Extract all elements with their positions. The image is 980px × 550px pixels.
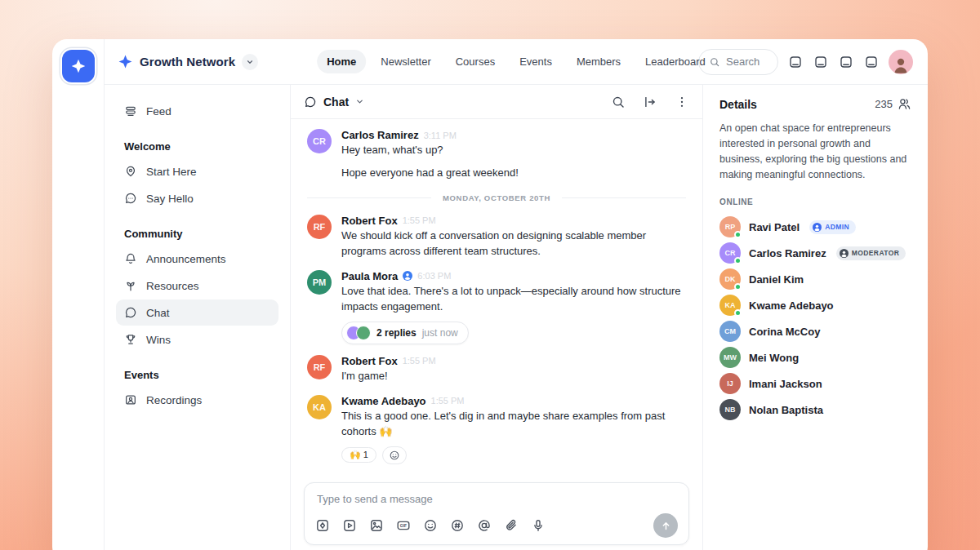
chat-icon xyxy=(124,306,137,319)
nav-item-members[interactable]: Members xyxy=(567,50,630,73)
search-button[interactable] xyxy=(611,95,626,109)
chat-column: Chat CRCarlos Ramirez3:11 PMHey team, wh… xyxy=(291,85,702,550)
message-body: Robert Fox1:55 PMI'm game! xyxy=(341,355,436,384)
community-switcher[interactable]: Growth Network xyxy=(118,54,258,70)
sidebar-item-resources[interactable]: Resources xyxy=(116,273,278,299)
sidebar-item-feed[interactable]: Feed xyxy=(116,98,278,124)
message-author[interactable]: Carlos Ramirez xyxy=(341,129,419,141)
image-button[interactable] xyxy=(369,518,384,533)
member-row[interactable]: CMCorina McCoy xyxy=(719,321,911,342)
arrow-up-icon xyxy=(660,520,672,532)
sidebar-item-announcements[interactable]: Announcements xyxy=(116,246,278,272)
member-avatar: IJ xyxy=(719,373,741,394)
member-count-button[interactable]: 235 xyxy=(875,97,911,111)
member-row[interactable]: NBNolan Baptista xyxy=(719,399,911,420)
thread-avatars xyxy=(346,326,371,340)
nav-item-events[interactable]: Events xyxy=(510,50,562,73)
header-action-button-4[interactable] xyxy=(864,55,879,69)
kebab-button[interactable] xyxy=(675,95,689,109)
details-header: Details 235 xyxy=(719,97,911,111)
microphone-button[interactable] xyxy=(531,518,546,533)
member-row[interactable]: IJImani Jackson xyxy=(719,373,911,394)
sidebar-item-start-here[interactable]: Start Here xyxy=(116,158,278,184)
message-composer: Type to send a message GIF xyxy=(304,482,689,545)
recording-icon xyxy=(124,393,137,406)
video-button[interactable] xyxy=(342,518,357,533)
nav-item-newsletter[interactable]: Newsletter xyxy=(371,50,440,73)
badge-person-icon xyxy=(840,249,849,258)
ai-icon xyxy=(315,518,330,533)
message-author[interactable]: Robert Fox xyxy=(341,355,398,367)
pin-icon xyxy=(124,165,137,178)
add-reaction-button[interactable] xyxy=(382,446,407,464)
sidebar-item-recordings[interactable]: Recordings xyxy=(116,387,278,413)
details-panel: Details 235 An open chat space for entre… xyxy=(702,85,928,550)
member-name: Corina McCoy xyxy=(749,326,820,338)
bell-icon xyxy=(124,252,137,265)
member-name: Kwame Adebayo xyxy=(749,299,834,312)
community-app-icon[interactable] xyxy=(62,50,95,82)
message-author[interactable]: Paula Mora xyxy=(341,270,398,282)
composer-toolbar: GIF xyxy=(315,513,678,538)
divider-line xyxy=(307,197,431,198)
member-name: Mei Wong xyxy=(749,352,799,364)
role-badge-label: ADMIN xyxy=(825,223,849,231)
member-name: Imani Jackson xyxy=(749,378,822,390)
message-list: CRCarlos Ramirez3:11 PMHey team, what's … xyxy=(291,119,702,476)
message-body: Carlos Ramirez3:11 PMHey team, what's up… xyxy=(341,129,519,181)
member-row[interactable]: CRCarlos RamirezMODERATOR xyxy=(719,242,911,264)
hashtag-button[interactable] xyxy=(450,518,465,533)
feed-icon xyxy=(124,104,137,118)
attachment-button[interactable] xyxy=(504,518,519,533)
member-row[interactable]: KAKwame Adebayo xyxy=(719,295,911,316)
member-row[interactable]: RPRavi PatelADMIN xyxy=(719,216,911,237)
header-action-button-2[interactable] xyxy=(813,55,828,69)
message-author[interactable]: Kwame Adebayo xyxy=(341,395,426,407)
chat-dots-icon xyxy=(124,192,137,205)
reaction-pill[interactable]: 🙌 1 xyxy=(341,447,376,463)
sidebar-item-say-hello[interactable]: Say Hello xyxy=(116,185,278,211)
message-avatar: KA xyxy=(307,395,332,419)
sidebar-item-label: Wins xyxy=(146,334,171,346)
chat-space-selector[interactable]: Chat xyxy=(304,95,364,109)
online-presence-dot xyxy=(734,309,742,317)
message-author[interactable]: Robert Fox xyxy=(341,215,398,227)
divider-line xyxy=(562,197,686,198)
online-presence-dot xyxy=(734,231,742,238)
emoji-button[interactable] xyxy=(423,518,438,533)
chat-message: CRCarlos Ramirez3:11 PMHey team, what's … xyxy=(307,129,686,181)
collapse-right-icon xyxy=(643,95,657,109)
window-icon xyxy=(864,55,879,69)
header-action-button-1[interactable] xyxy=(788,55,803,69)
chat-message: PMPaula Mora6:03 PMLove that idea. There… xyxy=(307,270,686,344)
sidebar-item-label: Chat xyxy=(146,307,170,319)
sidebar-item-chat[interactable]: Chat xyxy=(116,299,278,326)
search-placeholder: Search xyxy=(726,55,760,68)
sidebar-item-label: Say Hello xyxy=(146,193,194,205)
member-row[interactable]: DKDaniel Kim xyxy=(719,268,911,290)
member-row[interactable]: MWMei Wong xyxy=(719,347,911,368)
sidebar-item-label: Resources xyxy=(146,280,199,292)
message-text: This is a good one. Let's dig in and may… xyxy=(341,409,686,440)
chevron-down-icon xyxy=(355,97,364,106)
message-timestamp: 1:55 PM xyxy=(431,396,465,406)
nav-item-home[interactable]: Home xyxy=(317,50,366,73)
gif-button[interactable]: GIF xyxy=(396,518,411,533)
message-input[interactable]: Type to send a message xyxy=(317,493,676,505)
chat-bubble-icon xyxy=(304,95,317,109)
send-button[interactable] xyxy=(653,513,678,538)
member-count: 235 xyxy=(875,98,893,110)
ai-button[interactable] xyxy=(315,518,330,533)
nav-item-leaderboard[interactable]: Leaderboard xyxy=(635,50,715,73)
header-action-button-3[interactable] xyxy=(839,55,853,69)
chat-header: Chat xyxy=(291,85,702,119)
nav-item-courses[interactable]: Courses xyxy=(446,50,505,73)
thread-replies-pill[interactable]: 2 repliesjust now xyxy=(341,322,469,344)
message-text: Hey team, what's up? xyxy=(341,143,519,158)
user-avatar[interactable] xyxy=(889,50,913,74)
online-member-list: RPRavi PatelADMINCRCarlos RamirezMODERAT… xyxy=(719,216,911,420)
mention-button[interactable] xyxy=(477,518,492,533)
collapse-right-button[interactable] xyxy=(643,95,657,109)
message-body: Robert Fox1:55 PMWe should kick off a co… xyxy=(341,215,686,259)
sidebar-item-wins[interactable]: Wins xyxy=(116,326,278,353)
